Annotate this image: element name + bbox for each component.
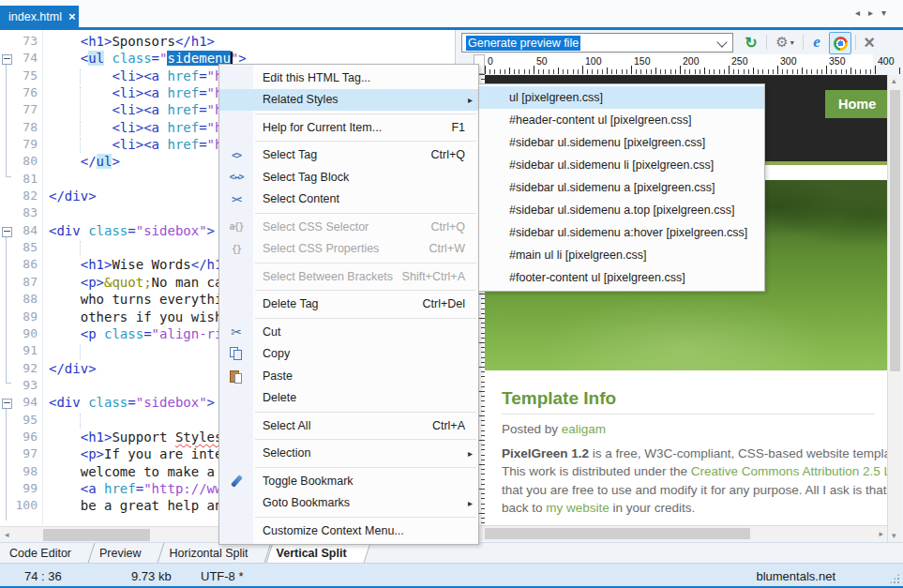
ruler-label: 300 [780, 55, 797, 67]
help-for-current-item-menu-item[interactable]: Help for Current Item...F1 [219, 116, 478, 139]
related-style-option[interactable]: #main ul li [pixelgreen.css] [479, 244, 764, 266]
cut-menu-item[interactable]: ✂Cut [219, 321, 478, 343]
ie-browser-button[interactable]: e [806, 32, 827, 53]
selection-menu-item[interactable]: Selection▸ [219, 443, 478, 465]
related-style-option[interactable]: #sidebar ul.sidemenu [pixelgreen.css] [479, 131, 764, 154]
tab-scroll-left-icon[interactable]: ◂ [855, 8, 860, 18]
menu-separator [255, 113, 476, 114]
indent-guide [80, 121, 81, 136]
code-line[interactable]: <h1>Sponsors</h1> [49, 34, 455, 51]
copy-icon [219, 347, 253, 360]
home-nav-button[interactable]: Home [825, 90, 887, 118]
related-style-option[interactable]: #sidebar ul.sidemenu a.top [pixelgreen.c… [479, 199, 764, 221]
related-style-option[interactable]: #sidebar ul.sidemenu a [pixelgreen.css] [479, 176, 764, 199]
edit-html-tag-menu-item[interactable]: Edit this HTML Tag... [219, 67, 478, 89]
view-tab-label: Code Editor [9, 547, 71, 560]
menu-separator [255, 263, 476, 264]
scroll-right-icon[interactable]: ▸ [879, 526, 883, 542]
select-between-brackets-menu-item[interactable]: Select Between BracketsShift+Ctrl+A [219, 265, 478, 288]
delete-tag-menu-item[interactable]: Delete TagCtrl+Del [219, 294, 478, 316]
view-tab-label: Vertical Split [277, 547, 347, 560]
page-link[interactable]: Creative Commons Attribution 2.5 License… [691, 464, 887, 478]
related-style-option[interactable]: #footer-content ul [pixelgreen.css] [479, 266, 764, 289]
menu-item-label: Related Styles [263, 93, 339, 106]
view-tab-code-editor[interactable]: Code Editor [2, 543, 92, 563]
scrollbar-thumb[interactable] [890, 90, 900, 371]
ruler-major-tick [826, 66, 827, 74]
fold-collapse-icon[interactable] [2, 399, 12, 409]
fold-guide-elbow [6, 176, 11, 177]
tab-close-icon[interactable]: × [68, 10, 76, 23]
fold-collapse-icon[interactable] [2, 54, 12, 65]
goto-bookmarks-menu-item[interactable]: Goto Bookmarks▸ [219, 492, 478, 515]
paste-menu-item[interactable]: Paste [219, 365, 478, 387]
scroll-left-icon[interactable]: ◂ [5, 527, 9, 542]
menu-item-label: Delete [263, 391, 296, 404]
ruler-major-tick [485, 66, 486, 74]
page-link[interactable]: my website [546, 501, 610, 515]
css-selector-icon: a{} [219, 221, 253, 232]
preview-vertical-scrollbar[interactable]: ▴ ▾ [887, 75, 902, 542]
combobox-value: Generate preview file [466, 36, 580, 51]
menu-item-label: Copy [263, 347, 290, 360]
file-size: 9.73 kb [131, 569, 172, 583]
delete-menu-item[interactable]: Delete [219, 387, 478, 410]
scrollbar-thumb[interactable] [485, 528, 750, 539]
preview-settings-button[interactable]: ⚙▾ [771, 32, 799, 53]
preview-mode-combobox[interactable]: Generate preview file [461, 33, 733, 53]
related-style-option[interactable]: #header-content ul [pixelgreen.css] [479, 109, 764, 131]
scrollbar-thumb[interactable] [43, 529, 150, 541]
paste-icon [219, 369, 253, 383]
paragraph-line: This work is distributed under the Creat… [502, 462, 887, 480]
menu-separator [255, 517, 476, 518]
menu-shortcut: F1 [451, 121, 465, 134]
chevron-down-icon[interactable] [716, 37, 727, 47]
related-style-option[interactable]: #sidebar ul.sidemenu li [pixelgreen.css] [479, 154, 764, 176]
resize-grip[interactable] [889, 573, 900, 584]
view-tab-vertical-split[interactable]: Vertical Split [269, 543, 368, 563]
indent-guide [80, 103, 81, 118]
select-css-properties-menu-item[interactable]: {}Select CSS PropertiesCtrl+W [219, 238, 478, 261]
tab-nav-arrows: ◂ ▸ ▾ [855, 8, 886, 18]
author-link[interactable]: ealigam [562, 422, 606, 436]
toggle-bookmark-menu-item[interactable]: Toggle Bookmark [219, 470, 478, 492]
close-preview-button[interactable]: × [859, 32, 880, 53]
related-style-option[interactable]: #sidebar ul.sidemenu a:hover [pixelgreen… [479, 221, 764, 244]
toolbar-separator [803, 35, 804, 50]
ruler-major-tick [582, 66, 583, 74]
select-css-selector-menu-item[interactable]: a{}Select CSS SelectorCtrl+Q [219, 216, 478, 238]
tab-list-icon[interactable]: ▾ [881, 8, 886, 18]
paragraph-gap [502, 517, 887, 525]
menu-shortcut: Ctrl+Q [431, 220, 465, 234]
select-tag-block-icon: <↔> [219, 172, 253, 182]
scroll-down-icon[interactable]: ▾ [892, 529, 896, 542]
chrome-browser-button[interactable] [829, 32, 851, 54]
ruler-mid-tick [607, 68, 608, 74]
select-tag-menu-item[interactable]: <>Select TagCtrl+Q [219, 144, 478, 167]
select-all-menu-item[interactable]: Select AllCtrl+A [219, 415, 478, 437]
menu-item-label: Goto Bookmarks [263, 496, 350, 509]
ruler-label: 150 [634, 55, 651, 67]
menu-item-label: Select Between Brackets [263, 270, 393, 283]
copy-menu-item[interactable]: Copy [219, 343, 478, 366]
menu-separator [255, 290, 476, 291]
customize-context-menu-menu-item[interactable]: Customize Context Menu... [219, 520, 478, 542]
tab-index-html[interactable]: index.html × [0, 6, 79, 27]
tab-scroll-right-icon[interactable]: ▸ [868, 8, 873, 18]
refresh-button[interactable]: ↻ [741, 32, 761, 53]
view-tab-preview[interactable]: Preview [92, 543, 161, 563]
scroll-up-icon[interactable]: ▴ [892, 73, 896, 89]
toolbar-separator [766, 35, 767, 50]
related-styles-menu-item[interactable]: Related Styles▸ [219, 89, 478, 112]
related-style-option[interactable]: ul [pixelgreen.css] [479, 86, 764, 109]
select-tag-block-menu-item[interactable]: <↔>Select Tag Block [219, 166, 478, 188]
heading-divider [502, 414, 875, 415]
preview-horizontal-scrollbar[interactable]: ◂ ▸ [466, 525, 887, 541]
view-tab-horizontal-split[interactable]: Horizontal Split [161, 543, 268, 563]
ruler-major-tick [534, 66, 534, 74]
select-content-menu-item[interactable]: ><Select Content [219, 188, 478, 211]
fold-collapse-icon[interactable] [2, 227, 12, 237]
ruler-mid-tick [655, 68, 656, 74]
gear-caret-icon: ▾ [790, 38, 794, 47]
posted-by-text: Posted by [502, 422, 562, 436]
